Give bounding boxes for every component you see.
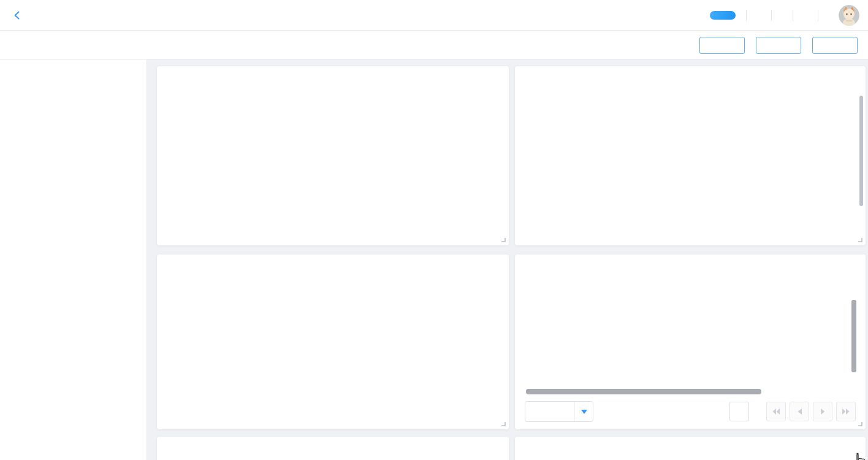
divider bbox=[746, 10, 747, 21]
publish-button[interactable] bbox=[812, 37, 858, 54]
toolbar-buttons bbox=[699, 31, 858, 59]
resize-handle[interactable] bbox=[500, 420, 506, 426]
resize-handle[interactable] bbox=[856, 236, 862, 242]
delete-button[interactable] bbox=[847, 444, 858, 455]
list-scrollbar[interactable] bbox=[859, 96, 863, 206]
bar-chart-panel[interactable] bbox=[157, 255, 509, 429]
panel-actions bbox=[807, 444, 858, 455]
divider bbox=[793, 10, 793, 21]
report-toolbar bbox=[0, 31, 868, 59]
edit-button[interactable] bbox=[807, 444, 818, 455]
preview-button[interactable] bbox=[699, 37, 745, 54]
resize-handle[interactable] bbox=[500, 236, 506, 242]
component-sidebar bbox=[0, 59, 147, 460]
resize-handle[interactable] bbox=[856, 420, 862, 426]
data-table-panel[interactable] bbox=[515, 255, 866, 429]
first-page-button[interactable] bbox=[766, 402, 786, 421]
copy-button[interactable] bbox=[827, 444, 838, 455]
divider bbox=[818, 10, 818, 21]
bottom-right-panel[interactable] bbox=[515, 437, 866, 460]
pie-chart bbox=[157, 66, 509, 245]
table-pagination bbox=[525, 401, 856, 423]
app-header bbox=[0, 0, 868, 31]
app-access-button[interactable] bbox=[710, 11, 736, 20]
prev-page-button[interactable] bbox=[790, 402, 809, 421]
toolbar-links bbox=[9, 31, 62, 59]
last-page-button[interactable] bbox=[836, 402, 856, 421]
next-page-button[interactable] bbox=[813, 402, 832, 421]
page-size-select[interactable] bbox=[525, 401, 593, 422]
count-list bbox=[515, 66, 866, 245]
bottom-table-panel[interactable] bbox=[157, 437, 509, 460]
save-button[interactable] bbox=[756, 37, 801, 54]
pie-chart-panel[interactable] bbox=[157, 66, 509, 245]
table-h-scrollbar[interactable] bbox=[526, 389, 761, 394]
dropdown-arrow-icon bbox=[574, 402, 593, 421]
count-list-panel[interactable] bbox=[515, 66, 866, 245]
bar-chart bbox=[157, 255, 509, 429]
table-v-scrollbar[interactable] bbox=[851, 300, 856, 372]
back-button[interactable] bbox=[12, 10, 22, 20]
user-avatar[interactable] bbox=[839, 5, 859, 26]
page-input[interactable] bbox=[729, 402, 749, 421]
divider bbox=[771, 10, 772, 21]
